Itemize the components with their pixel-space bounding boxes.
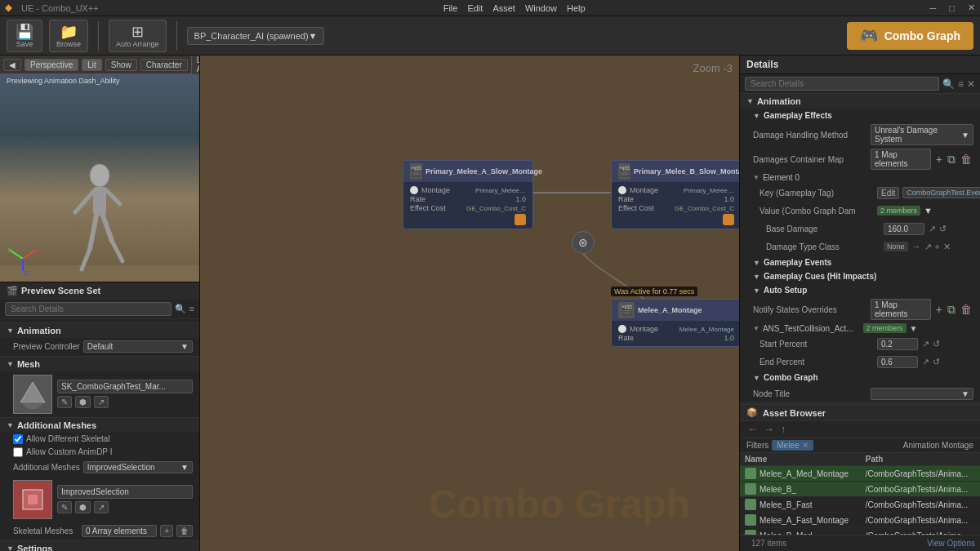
animation-detail-header[interactable]: Animation	[740, 94, 980, 109]
end-percent-row: End Percent ↗ ↺	[740, 353, 980, 371]
start-percent-arrow[interactable]: ↗	[921, 338, 930, 350]
node-primary-melee-b[interactable]: 🎬 Primary_Melee_B_Slow_Montage Montage P…	[611, 160, 739, 229]
node2-effect-label: Effect Cost	[618, 204, 654, 212]
details-settings-icon[interactable]: ≡	[958, 78, 964, 90]
additional-meshes-section-header[interactable]: Additional Meshes	[0, 417, 199, 433]
save-button[interactable]: 💾 Save	[7, 20, 42, 52]
auto-setup-header[interactable]: Auto Setup	[740, 283, 980, 297]
start-percent-label: Start Percent	[760, 340, 874, 349]
window-close[interactable]: ✕	[968, 2, 975, 13]
window-minimize[interactable]: ─	[930, 3, 937, 13]
menu-file[interactable]: File	[443, 3, 458, 13]
asset-forward-btn[interactable]: →	[763, 424, 776, 435]
asset-row[interactable]: Melee_A_Fast_Montage /ComboGraphTests/An…	[740, 513, 980, 528]
window-maximize[interactable]: □	[949, 3, 955, 13]
node-title-value[interactable]: ▼	[871, 388, 973, 400]
damages-del-btn[interactable]: 🗑	[959, 153, 973, 166]
viewport-lod-btn[interactable]: LOD Auto	[191, 56, 200, 75]
skeletal-meshes-del-btn[interactable]: 🗑	[176, 525, 193, 537]
viewport-character-btn[interactable]: Character	[140, 59, 188, 71]
damage-handling-value[interactable]: Unreal's Damage System ▼	[871, 124, 973, 145]
notify-add-btn[interactable]: +	[934, 303, 944, 316]
viewport: ◀ Perspective Lit Show Character LOD Aut…	[0, 56, 199, 282]
animation-section-header[interactable]: Animation	[0, 322, 199, 338]
asset-back-btn[interactable]: ←	[746, 424, 760, 435]
node1-effect-label: Effect Cost	[410, 204, 446, 212]
damage-type-del[interactable]: ✕	[942, 241, 951, 253]
ans-element-header[interactable]: ANS_TestCollision_Act... 2 members ▼	[740, 322, 980, 335]
viewport-perspective-btn[interactable]: Perspective	[24, 59, 78, 71]
right-panel: Details 🔍 ≡ ✕ Animation Gameplay Effects…	[739, 56, 980, 551]
preview-controller-row: Preview Controller Default ▼	[0, 338, 199, 356]
viewport-lit-btn[interactable]: Lit	[82, 59, 102, 71]
auto-arrange-button[interactable]: ⊞ Auto Arrange	[109, 20, 167, 52]
base-damage-arrow-icon[interactable]: ↗	[928, 223, 937, 235]
end-percent-reset[interactable]: ↺	[932, 356, 941, 368]
base-damage-reset-icon[interactable]: ↺	[938, 223, 947, 235]
menu-help[interactable]: Help	[567, 3, 586, 13]
start-percent-reset[interactable]: ↺	[932, 338, 941, 350]
mesh-edit-btn[interactable]: ✎	[57, 396, 72, 408]
start-percent-input[interactable]	[877, 338, 918, 350]
add-mesh-browse-btn[interactable]: ⬢	[75, 501, 91, 513]
asset-row[interactable]: Melee_A_Med_Montage /ComboGraphTests/Ani…	[740, 466, 980, 482]
settings-section-header[interactable]: Settings	[0, 540, 199, 552]
left-search-icon: 🔍	[175, 304, 186, 314]
gameplay-events-header[interactable]: Gameplay Events	[740, 256, 980, 269]
additional-meshes-dropdown[interactable]: ImprovedSelection ▼	[83, 461, 193, 473]
element0-header[interactable]: Element 0	[740, 171, 980, 184]
gameplay-effects-header[interactable]: Gameplay Effects	[740, 109, 980, 122]
viewport-show-btn[interactable]: Show	[105, 59, 137, 71]
notify-copy-btn[interactable]: ⧉	[946, 303, 957, 317]
add-mesh-open-btn[interactable]: ↗	[94, 501, 109, 513]
ans-members-badge[interactable]: 2 members	[863, 323, 906, 333]
details-content: Animation Gameplay Effects Damage Handli…	[740, 94, 980, 404]
end-percent-arrow[interactable]: ↗	[921, 356, 930, 368]
asset-row[interactable]: Melee_B_Fast /ComboGraphTests/Anima...	[740, 497, 980, 513]
window-title: UE - Combo_UX++	[21, 3, 99, 13]
skeletal-meshes-add-btn[interactable]: +	[160, 525, 173, 537]
damage-type-value[interactable]: None	[884, 242, 908, 251]
asset-path-col[interactable]: Path	[861, 453, 980, 466]
left-search-input[interactable]	[5, 302, 172, 316]
menu-edit[interactable]: Edit	[467, 3, 483, 13]
details-search-input[interactable]	[745, 77, 939, 91]
asset-up-btn[interactable]: ↑	[779, 424, 787, 435]
allow-custom-animdp-checkbox[interactable]	[13, 447, 23, 457]
combo-graph-button[interactable]: 🎮 Combo Graph	[847, 22, 973, 50]
node-melee-a[interactable]: 🎬 Melee_A_Montage Montage Melee_A_Montag…	[611, 299, 739, 347]
canvas-area[interactable]: Zoom -3 Combo Graph 🎬 Primary_Melee_A_Sl…	[200, 56, 739, 551]
menu-asset[interactable]: Asset	[492, 3, 515, 13]
asset-row[interactable]: Melee_B_Med /ComboGraphTests/Anima...	[740, 528, 980, 535]
asset-name-col[interactable]: Name	[740, 453, 861, 466]
damage-type-arrow2[interactable]: ↗	[924, 241, 933, 253]
combo-graph-detail-header[interactable]: Combo Graph	[740, 371, 980, 384]
allow-custom-animdp-row: Allow Custom AnimDP I	[0, 446, 199, 459]
preview-controller-dropdown[interactable]: Default ▼	[83, 340, 193, 353]
menu-window[interactable]: Window	[525, 3, 557, 13]
damages-add-btn[interactable]: +	[934, 153, 944, 166]
base-damage-input[interactable]	[884, 223, 924, 235]
damage-type-add[interactable]: +	[934, 241, 941, 252]
node-primary-melee-a[interactable]: 🎬 Primary_Melee_A_Slow_Montage Montage P…	[403, 160, 533, 229]
allow-diff-skeleton-checkbox[interactable]	[13, 434, 23, 444]
viewport-back-btn[interactable]: ◀	[3, 59, 21, 71]
damage-type-arrow1[interactable]: →	[911, 241, 922, 252]
mesh-section-header[interactable]: Mesh	[0, 356, 199, 371]
gameplay-cues-header[interactable]: Gameplay Cues (Hit Impacts)	[740, 269, 980, 283]
end-percent-input[interactable]	[877, 356, 918, 368]
view-options-btn[interactable]: View Options	[927, 539, 975, 548]
add-mesh-edit-btn[interactable]: ✎	[57, 501, 72, 513]
notify-del-btn[interactable]: 🗑	[959, 303, 973, 316]
value-members-badge[interactable]: 2 members	[877, 206, 920, 216]
browse-button[interactable]: 📁 Browse	[49, 20, 88, 52]
mesh-browse-btn[interactable]: ⬢	[75, 396, 91, 408]
details-close-icon[interactable]: ✕	[967, 78, 975, 90]
asset-row[interactable]: Melee_B_ /ComboGraphTests/Anima...	[740, 482, 980, 497]
damages-copy-btn[interactable]: ⧉	[946, 153, 957, 167]
mesh-open-btn[interactable]: ↗	[94, 396, 109, 408]
breadcrumb-dropdown[interactable]: BP_Character_AI (spawned) ▼	[187, 27, 325, 45]
filter-close-btn[interactable]: ✕	[802, 441, 808, 450]
key-edit-btn[interactable]: Edit	[877, 187, 899, 199]
left-settings-icon[interactable]: ≡	[189, 304, 194, 313]
